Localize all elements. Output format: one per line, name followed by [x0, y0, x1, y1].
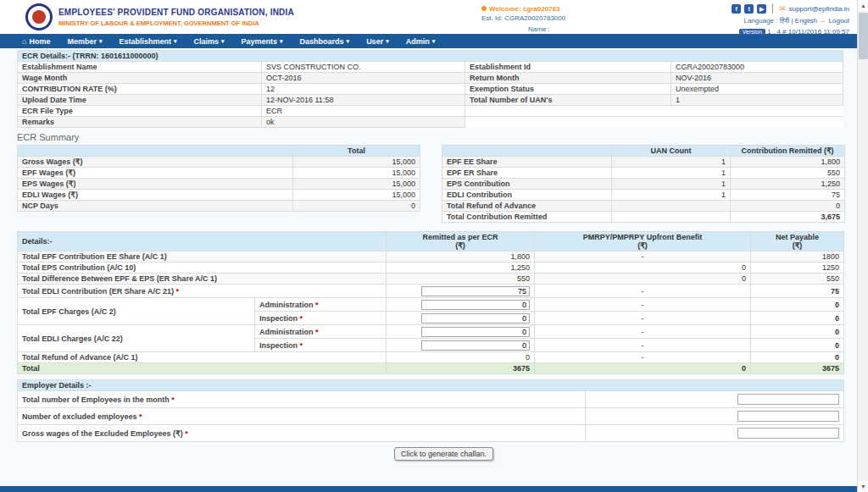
support-email-link[interactable]: support@epfindia.in	[789, 5, 849, 13]
version-text: 1 . 4 # 10/11/2016 11:09:57	[767, 28, 849, 36]
ecr-summary-heading: ECR Summary	[17, 132, 843, 142]
nav-item-user[interactable]: User▾	[366, 37, 389, 46]
table-row: Total number of Employees in the month *	[18, 391, 844, 408]
edli-inspection-charges-input[interactable]	[421, 340, 530, 351]
version-row: Version 1 . 4 # 10/11/2016 11:09:57	[732, 28, 849, 36]
generate-challan-tooltip: Click to generate challan.	[394, 447, 493, 461]
total-employees-input[interactable]	[737, 394, 839, 405]
nav-item-payments[interactable]: Payments▾	[242, 37, 283, 46]
scroll-down-icon[interactable]: ▼	[858, 481, 868, 492]
chevron-down-icon: ▾	[174, 38, 177, 45]
table-row: Total EDLI Charges (A/C 22) Administrati…	[18, 325, 844, 339]
scroll-up-icon[interactable]: ▲	[858, 0, 868, 11]
nav-item-admin[interactable]: Admin▾	[406, 37, 436, 46]
column-header: Net Payable(₹)	[751, 232, 844, 252]
home-icon: ⌂	[22, 37, 26, 46]
edli-admin-charges-input[interactable]	[421, 327, 530, 337]
table-row: Gross Wages (₹)15,000	[18, 157, 420, 168]
table-row: Wage MonthOCT-2016 Return MonthNOV-2016	[18, 73, 843, 84]
divider	[772, 3, 773, 14]
required-asterisk: *	[315, 328, 319, 336]
total-row: Total 3675 0 3675	[18, 363, 844, 374]
nav-item-member[interactable]: Member▾	[67, 37, 102, 46]
table-row: ECR File TypeECR	[18, 106, 843, 117]
employer-details-title: Employer Details :-	[18, 380, 844, 391]
column-header: Remitted as per ECR(₹)	[387, 232, 535, 252]
table-row: EDLI Wages (₹)15,000	[18, 190, 420, 201]
required-asterisk: *	[300, 314, 303, 323]
nav-item-dashboards[interactable]: Dashboards▾	[300, 37, 350, 46]
org-subtitle: MINISTRY OF LABOUR & EMPLOYMENT, GOVERNM…	[58, 19, 294, 27]
ecr-details-table: ECR Details:- (TRRN: 1601611000000) Esta…	[17, 50, 843, 128]
chevron-down-icon: ▾	[99, 38, 103, 45]
ecr-details-title: ECR Details:- (TRRN: 1601611000000)	[18, 51, 843, 62]
nav-item-home[interactable]: ⌂ Home	[22, 37, 50, 46]
nav-item-establishment[interactable]: Establishment▾	[119, 37, 176, 46]
column-header: PMRPY/PMPRPY Upfront Benefit(₹)	[535, 232, 751, 252]
edli-contribution-input[interactable]	[421, 286, 530, 296]
required-asterisk: *	[300, 341, 303, 350]
required-asterisk: *	[315, 301, 319, 309]
top-header: EMPLOYEES' PROVIDENT FUND ORGANISATION, …	[0, 0, 868, 34]
excluded-gross-wages-input[interactable]	[737, 428, 839, 439]
column-header: Contribution Remitted (₹)	[731, 146, 845, 157]
table-row: Gross wages of the Excluded Employees (₹…	[18, 425, 844, 442]
language-row: Language : हिंदी | English → Logout	[732, 16, 849, 25]
details-title: Details:-	[18, 232, 387, 252]
table-row: Total Difference Between EPF & EPS (ER S…	[18, 274, 844, 285]
column-header: Total	[293, 146, 420, 157]
vertical-scrollbar[interactable]: ▲ ▼	[857, 0, 868, 492]
est-id-text: Est. Id: CGRA20020783000	[481, 14, 565, 23]
required-asterisk: *	[171, 395, 175, 404]
scrollbar-thumb[interactable]	[859, 13, 868, 59]
user-icon	[481, 6, 487, 11]
excluded-employees-input[interactable]	[737, 411, 839, 422]
table-row: Total EPF Contribution EE Share (A/C 1) …	[18, 252, 844, 263]
epf-inspection-charges-input[interactable]	[421, 313, 530, 323]
table-row: EPF ER Share1550	[442, 168, 845, 179]
table-row: EDLI Contribution175	[442, 190, 845, 201]
epf-admin-charges-input[interactable]	[421, 300, 530, 310]
chevron-down-icon: ▾	[386, 38, 389, 45]
table-row: CONTRIBUTION RATE (%)12 Exemption Status…	[18, 84, 843, 95]
language-label: Language :	[743, 17, 777, 25]
group-label: Total EDLI Charges (A/C 22)	[18, 325, 255, 352]
welcome-block: Welcome: cgra020783 Est. Id: CGRA2002078…	[481, 4, 565, 34]
table-row: EPF EE Share11,800	[442, 157, 845, 168]
epfo-logo-icon	[25, 3, 53, 30]
table-row: Total Refund of Advance0	[442, 201, 845, 212]
contribution-summary-table: UAN CountContribution Remitted (₹) EPF E…	[442, 145, 845, 223]
table-row: Upload Date Time12-NOV-2016 11:58 Total …	[18, 95, 843, 106]
language-english-link[interactable]: English	[795, 17, 817, 25]
youtube-icon[interactable]: ▶	[757, 4, 766, 14]
welcome-text: Welcome: cgra020783	[481, 4, 565, 14]
main-content: ECR Details:- (TRRN: 1601611000000) Esta…	[17, 50, 843, 442]
main-navbar: ⌂ Home Member▾ Establishment▾ Claims▾ Pa…	[0, 34, 868, 48]
org-title: EMPLOYEES' PROVIDENT FUND ORGANISATION, …	[58, 8, 294, 17]
epfo-ecr-page: EMPLOYEES' PROVIDENT FUND ORGANISATION, …	[0, 0, 868, 492]
logo-block: EMPLOYEES' PROVIDENT FUND ORGANISATION, …	[0, 0, 294, 30]
table-row: Total EPF Charges (A/C 2) Administration…	[18, 298, 844, 312]
chevron-down-icon: ▾	[280, 38, 283, 45]
required-asterisk: *	[139, 412, 142, 421]
twitter-icon[interactable]: t	[744, 4, 754, 14]
chevron-down-icon: ▾	[221, 38, 225, 45]
logout-link[interactable]: Logout	[829, 17, 849, 25]
required-asterisk: *	[185, 429, 188, 438]
required-asterisk: *	[176, 287, 180, 296]
table-row: Remarksok	[18, 117, 843, 128]
wages-summary-table: Total Gross Wages (₹)15,000 EPF Wages (₹…	[17, 145, 420, 212]
logout-icon: →	[819, 16, 826, 25]
table-row: Total EPS Contribution (A/C 10) 1,250 0 …	[18, 263, 844, 274]
table-row: Total EDLI Contribution (ER Share A/C 21…	[18, 285, 844, 298]
facebook-icon[interactable]: f	[732, 4, 741, 14]
table-row: EPF Wages (₹)15,000	[18, 168, 420, 179]
table-row: EPS Wages (₹)15,000	[18, 179, 420, 190]
table-row: NCP Days0	[18, 201, 420, 212]
table-row: Total Contribution Remitted3,675	[442, 212, 845, 223]
nav-item-claims[interactable]: Claims▾	[194, 37, 225, 46]
table-row: Total Refund of Advance (A/C 1) 0 - 0	[18, 352, 844, 363]
language-hindi-link[interactable]: हिंदी	[780, 17, 790, 25]
chevron-down-icon: ▾	[432, 38, 436, 45]
name-label: Name :	[528, 25, 565, 34]
